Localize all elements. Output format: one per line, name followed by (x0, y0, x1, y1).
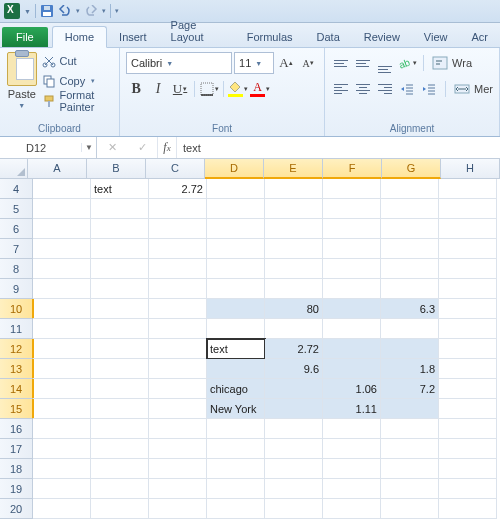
cell-G12[interactable] (381, 339, 439, 359)
cell-G19[interactable] (381, 479, 439, 499)
row-header-15[interactable]: 15 (0, 399, 34, 419)
cell-C13[interactable] (149, 359, 207, 379)
cell-B16[interactable] (91, 419, 149, 439)
cell-D13[interactable] (207, 359, 265, 379)
cell-F9[interactable] (323, 279, 381, 299)
cell-H4[interactable] (439, 179, 497, 199)
cell-F10[interactable] (323, 299, 381, 319)
name-box[interactable]: D12 ▼ (0, 137, 97, 158)
cell-A13[interactable] (33, 359, 91, 379)
cell-E19[interactable] (265, 479, 323, 499)
grow-font-button[interactable]: A▴ (276, 53, 296, 73)
row-header-10[interactable]: 10 (0, 299, 34, 319)
cell-E4[interactable] (265, 179, 323, 199)
cell-G13[interactable]: 1.8 (381, 359, 439, 379)
row-header-18[interactable]: 18 (0, 459, 33, 479)
cell-B8[interactable] (91, 259, 149, 279)
cell-E8[interactable] (265, 259, 323, 279)
cell-E13[interactable]: 9.6 (265, 359, 323, 379)
cell-A5[interactable] (33, 199, 91, 219)
cell-B10[interactable] (91, 299, 149, 319)
cell-H13[interactable] (439, 359, 497, 379)
cell-E18[interactable] (265, 459, 323, 479)
cell-G4[interactable] (381, 179, 439, 199)
cell-A10[interactable] (33, 299, 91, 319)
cell-A7[interactable] (33, 239, 91, 259)
cell-D4[interactable] (207, 179, 265, 199)
cell-A19[interactable] (33, 479, 91, 499)
cell-D20[interactable] (207, 499, 265, 519)
cell-E12[interactable]: 2.72 (265, 339, 323, 359)
cell-H10[interactable] (439, 299, 497, 319)
cell-H9[interactable] (439, 279, 497, 299)
name-box-dropdown[interactable]: ▼ (81, 143, 96, 152)
borders-button[interactable]: ▾ (199, 79, 219, 99)
select-all-corner[interactable] (0, 159, 28, 178)
orientation-button[interactable]: ab▾ (397, 53, 417, 73)
cell-B4[interactable]: text (91, 179, 149, 199)
enter-icon[interactable]: ✓ (138, 141, 147, 154)
cell-F13[interactable] (323, 359, 381, 379)
cell-E10[interactable]: 80 (265, 299, 323, 319)
tab-formulas[interactable]: Formulas (235, 27, 305, 47)
cell-C14[interactable] (149, 379, 207, 399)
tab-file[interactable]: File (2, 27, 48, 47)
cell-G15[interactable] (381, 399, 439, 419)
cell-F20[interactable] (323, 499, 381, 519)
cell-B12[interactable] (91, 339, 149, 359)
cell-F6[interactable] (323, 219, 381, 239)
cell-G8[interactable] (381, 259, 439, 279)
column-header-G[interactable]: G (382, 159, 441, 179)
app-menu-dropdown[interactable]: ▼ (24, 8, 31, 15)
cell-D19[interactable] (207, 479, 265, 499)
cell-G7[interactable] (381, 239, 439, 259)
fx-icon[interactable]: fx (158, 137, 177, 158)
cell-C9[interactable] (149, 279, 207, 299)
column-header-C[interactable]: C (146, 159, 205, 178)
cell-A4[interactable] (33, 179, 91, 199)
tab-acrobat[interactable]: Acr (460, 27, 501, 47)
cell-D15[interactable]: New York (207, 399, 265, 419)
undo-icon[interactable] (58, 5, 72, 17)
cell-F7[interactable] (323, 239, 381, 259)
cell-D17[interactable] (207, 439, 265, 459)
cell-H18[interactable] (439, 459, 497, 479)
cell-B5[interactable] (91, 199, 149, 219)
cell-C5[interactable] (149, 199, 207, 219)
cell-D18[interactable] (207, 459, 265, 479)
cell-F16[interactable] (323, 419, 381, 439)
cell-G16[interactable] (381, 419, 439, 439)
cell-E7[interactable] (265, 239, 323, 259)
cell-B19[interactable] (91, 479, 149, 499)
cell-A8[interactable] (33, 259, 91, 279)
row-header-19[interactable]: 19 (0, 479, 33, 499)
worksheet-grid[interactable]: 4text2.725678910806.31112text2.72139.61.… (0, 179, 500, 519)
cell-A6[interactable] (33, 219, 91, 239)
cell-F5[interactable] (323, 199, 381, 219)
align-left-button[interactable] (331, 79, 351, 99)
copy-button[interactable]: Copy▾ (42, 72, 114, 90)
redo-icon[interactable] (84, 5, 98, 17)
cell-E6[interactable] (265, 219, 323, 239)
cell-D14[interactable]: chicago (207, 379, 265, 399)
row-header-4[interactable]: 4 (0, 179, 33, 199)
undo-dropdown[interactable]: ▾ (76, 7, 80, 15)
cell-F12[interactable] (323, 339, 381, 359)
cell-C19[interactable] (149, 479, 207, 499)
cell-G9[interactable] (381, 279, 439, 299)
row-header-5[interactable]: 5 (0, 199, 33, 219)
italic-button[interactable]: I (148, 79, 168, 99)
cell-A17[interactable] (33, 439, 91, 459)
row-header-16[interactable]: 16 (0, 419, 33, 439)
row-header-7[interactable]: 7 (0, 239, 33, 259)
cell-C12[interactable] (149, 339, 207, 359)
cell-C11[interactable] (149, 319, 207, 339)
cell-B7[interactable] (91, 239, 149, 259)
tab-insert[interactable]: Insert (107, 27, 159, 47)
row-header-14[interactable]: 14 (0, 379, 34, 399)
align-bottom-button[interactable] (375, 53, 395, 73)
shrink-font-button[interactable]: A▾ (298, 53, 318, 73)
cell-C10[interactable] (149, 299, 207, 319)
cell-F15[interactable]: 1.11 (323, 399, 381, 419)
decrease-indent-button[interactable] (397, 79, 417, 99)
